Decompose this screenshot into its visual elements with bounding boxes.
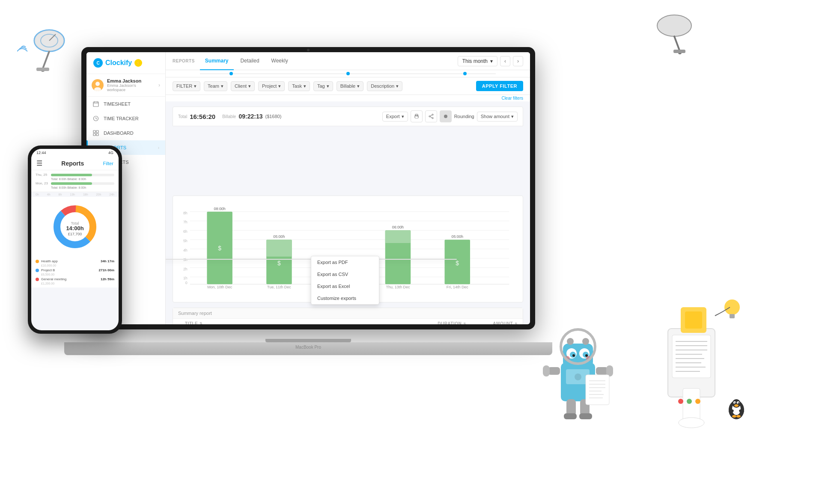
phone-screen: 12:44 4G ☰ Reports Filter Thu, 25 Total:…	[31, 149, 119, 330]
filter-chip-task[interactable]: Task ▾	[288, 81, 310, 91]
tab-summary[interactable]: Summary	[200, 53, 234, 70]
progress-dot-1	[229, 72, 233, 75]
date-next-button[interactable]: ›	[513, 56, 523, 66]
date-prev-button[interactable]: ‹	[500, 56, 510, 66]
legend-amount-3: £1,200.00	[36, 282, 114, 285]
filter-chip-description[interactable]: Description ▾	[367, 81, 402, 91]
title-col-label: TITLE	[185, 321, 198, 324]
tab-detailed[interactable]: Detailed	[235, 53, 265, 70]
customize-exports-item[interactable]: Customize exports	[311, 292, 379, 304]
calendar-icon	[92, 101, 99, 107]
show-amount-label: Show amount	[481, 114, 509, 119]
legend-dot-1	[36, 260, 39, 263]
svg-text:£17,700: £17,700	[68, 232, 82, 236]
clear-filters-link[interactable]: Clear filters	[166, 95, 530, 101]
phone-menu-icon[interactable]: ☰	[36, 159, 42, 167]
svg-rect-11	[673, 50, 685, 53]
toggle-button[interactable]	[440, 110, 452, 122]
svg-text:7h: 7h	[183, 220, 188, 225]
billable-label: Billable	[340, 83, 355, 89]
export-csv-item[interactable]: Export as CSV	[311, 268, 379, 280]
filter-chip-project[interactable]: Project ▾	[258, 81, 285, 91]
apply-filter-button[interactable]: APPLY FILTER	[476, 81, 523, 91]
duration-col-label: DURATION	[438, 321, 462, 324]
filter-chip-tag[interactable]: Tag ▾	[313, 81, 333, 91]
legend-name-3: General meeting	[41, 277, 66, 281]
export-label: Export	[386, 114, 400, 119]
share-button[interactable]	[425, 110, 437, 122]
sidebar-item-time-tracker[interactable]: TIME TRACKER	[86, 111, 165, 126]
export-chevron-icon: ▾	[402, 114, 404, 119]
reports-expand-icon: ›	[158, 145, 159, 150]
sidebar-item-timesheet[interactable]: TIMESHEET	[86, 97, 165, 111]
show-amount-button[interactable]: Show amount ▾	[477, 112, 518, 122]
filter-chevron-icon: ▾	[194, 83, 197, 89]
legend-time-1: 34h 17m	[101, 259, 114, 263]
report-area: Total 16:56:20 Billable 09:22:13 ($1680)…	[166, 101, 530, 324]
col-title-header[interactable]: TITLE ⇅	[185, 321, 423, 324]
date-selector-label: This month	[462, 58, 488, 64]
svg-rect-25	[96, 133, 98, 136]
app-container: C Clockify ⚡	[86, 52, 530, 324]
user-expand-icon[interactable]: ›	[158, 82, 160, 88]
svg-text:$: $	[456, 260, 459, 267]
billable-time: 09:22:13	[238, 113, 262, 120]
svg-rect-4	[36, 68, 49, 71]
legend-dot-3	[36, 278, 39, 281]
svg-text:Fri, 14th Dec: Fri, 14th Dec	[447, 285, 469, 289]
date-selector[interactable]: This month ▾	[458, 56, 497, 66]
svg-text:05:00h: 05:00h	[452, 234, 463, 239]
svg-point-36	[432, 118, 433, 119]
phone-header: ☰ Reports Filter	[31, 157, 119, 170]
svg-text:$: $	[218, 245, 221, 252]
filter-chip-client[interactable]: Client ▾	[231, 81, 255, 91]
filter-chip-team[interactable]: Team ▾	[204, 81, 227, 91]
svg-text:$: $	[277, 260, 281, 267]
phone-filter-button[interactable]: Filter	[103, 161, 113, 166]
svg-text:4h: 4h	[183, 248, 188, 252]
svg-rect-72	[385, 230, 411, 243]
col-amount-header[interactable]: AMOUNT ⇅	[466, 321, 518, 324]
phone-title: Reports	[61, 160, 84, 167]
rounding-button[interactable]: Rounding	[454, 114, 474, 119]
report-table: Summary report TITLE ⇅ DURATION	[173, 308, 523, 324]
timeline-bar-1	[51, 174, 114, 176]
date-selector-chevron: ▾	[490, 58, 493, 64]
export-excel-item[interactable]: Export as Excel	[311, 280, 379, 292]
tag-label: Tag	[317, 83, 325, 89]
sidebar-item-dashboard[interactable]: DASHBOARD	[86, 126, 165, 140]
tab-weekly[interactable]: Weekly	[266, 53, 293, 70]
svg-text:Tue, 11th Dec: Tue, 11th Dec	[267, 285, 291, 289]
svg-point-0	[34, 30, 64, 51]
time-axis: 0h 4h 8h 13h 18h 20h 24h	[31, 192, 119, 197]
user-workspace: Emma Jackson's workspace	[107, 83, 155, 92]
export-button[interactable]: Export ▾	[382, 112, 408, 122]
main-content: REPORTS Summary Detailed Weekly This mon…	[166, 52, 530, 324]
team-chevron-icon: ▾	[221, 83, 223, 89]
app-screen: C Clockify ⚡	[86, 52, 530, 324]
svg-rect-99	[596, 367, 608, 375]
svg-line-9	[674, 36, 680, 51]
date-controls: This month ▾ ‹ ›	[458, 56, 523, 66]
tabs-container: REPORTS Summary Detailed Weekly	[173, 52, 293, 70]
export-pdf-item[interactable]: Export as PDF	[311, 256, 379, 268]
svg-rect-23	[96, 130, 98, 133]
project-label: Project	[262, 83, 277, 89]
col-duration-header[interactable]: DURATION ⇅	[423, 321, 466, 324]
sidebar-logo: C Clockify ⚡	[86, 52, 165, 74]
logo-icon: C	[93, 58, 103, 68]
legend-name-2: Project B	[41, 268, 55, 272]
grid-icon	[92, 130, 99, 136]
print-button[interactable]	[411, 110, 423, 122]
billable-label: Billable	[222, 114, 236, 119]
user-section[interactable]: Emma Jackson Emma Jackson's workspace ›	[86, 74, 165, 97]
legend-row-2: Project B 271h 00m	[36, 268, 114, 272]
filter-chip-filter[interactable]: FILTER ▾	[173, 81, 200, 91]
svg-rect-22	[93, 130, 95, 133]
legend-time-2: 271h 00m	[99, 268, 114, 272]
filter-label: FILTER	[176, 83, 192, 89]
filter-chip-billable[interactable]: Billable ▾	[337, 81, 363, 91]
stats-toolbar: Total 16:56:20 Billable 09:22:13 ($1680)…	[173, 107, 523, 126]
amount-sort-icon: ⇅	[515, 322, 518, 324]
sidebar-item-time-tracker-label: TIME TRACKER	[104, 116, 139, 121]
